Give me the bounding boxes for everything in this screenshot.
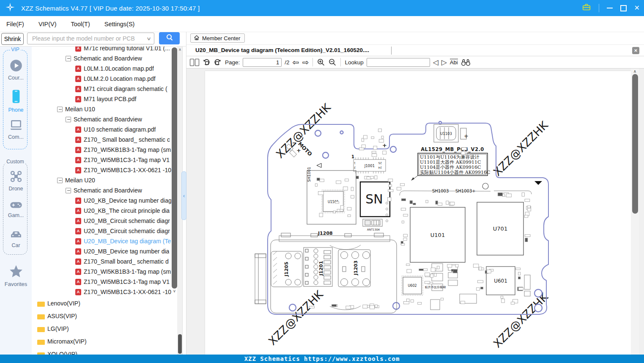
- tree-file[interactable]: U20_KB_Device tag number diag: [32, 195, 171, 206]
- viewer-scrollbar[interactable]: ∧: [631, 69, 639, 355]
- member-center-button[interactable]: Member Center: [190, 33, 245, 43]
- tree-node[interactable]: Schematic and Boardview: [32, 114, 171, 124]
- tree-file[interactable]: U20_MB_Circuit schematic diagr: [32, 226, 171, 236]
- tree-node[interactable]: Schematic and Boardview: [32, 185, 171, 195]
- tree-item-label: U20_KB_The circuit principle dia: [84, 207, 170, 214]
- model-search-field[interactable]: ∨: [27, 33, 154, 44]
- tree-scrollbar-thumb[interactable]: [172, 47, 177, 289]
- search-input[interactable]: [31, 35, 147, 42]
- menu-settings[interactable]: Settings(S): [97, 21, 142, 28]
- collapse-expander-icon[interactable]: [57, 178, 63, 183]
- folder-icon[interactable]: [37, 302, 45, 307]
- tree-item-label: M71 circuit diagram schematic (: [84, 85, 167, 92]
- tree-file[interactable]: M71 layout PCB.pdf: [32, 94, 171, 104]
- tree-file[interactable]: M71 circuit diagram schematic (: [32, 84, 171, 94]
- close-document-icon[interactable]: ✕: [632, 47, 639, 54]
- sidebar-item-label: Car: [0, 242, 32, 248]
- tree-item-label: U20_MB_Circuit schematic diagr: [84, 217, 170, 224]
- menu-vip[interactable]: VIP(V): [31, 21, 64, 28]
- tree-folder[interactable]: ASUS(VIP): [32, 310, 171, 322]
- pdf-icon: [75, 96, 81, 102]
- home-icon: [193, 34, 200, 42]
- collapse-expander-icon[interactable]: [66, 117, 71, 122]
- shrink-button[interactable]: Shrink: [1, 33, 24, 45]
- rotate-left-icon[interactable]: [202, 58, 211, 66]
- folder-icon[interactable]: [37, 327, 45, 332]
- collapse-expander-icon[interactable]: [57, 107, 63, 112]
- license-briefcase-icon[interactable]: [582, 3, 591, 14]
- sidebar-item-phone[interactable]: Phone: [0, 89, 32, 113]
- tree-file[interactable]: U20_MB_Circuit schematic diagr: [32, 216, 171, 226]
- tree-file[interactable]: Z170_WI5MB1C3-1-XX-0621 -10: [32, 165, 171, 175]
- sidebar-item-drone[interactable]: Drone: [0, 170, 32, 192]
- scrollbar-up-icon[interactable]: ∧: [631, 69, 639, 74]
- maximize-button[interactable]: [620, 5, 627, 11]
- panel-collapse-handle[interactable]: ‹: [181, 171, 186, 220]
- menu-file[interactable]: File(F): [0, 21, 31, 28]
- sidebar-item-favorites[interactable]: Favorites: [0, 264, 32, 287]
- panel-scrollbar-thumb[interactable]: [178, 334, 182, 354]
- next-page-icon[interactable]: ⇨: [302, 58, 309, 66]
- viewer-scrollbar-thumb[interactable]: [632, 74, 638, 214]
- tree-file[interactable]: Z170_ Small board_ schematic c: [32, 135, 171, 145]
- sidebar-item-games[interactable]: Gam...: [0, 200, 32, 218]
- search-button[interactable]: [159, 32, 180, 44]
- tree-file[interactable]: Z170_WI5MB1C3-1-Tag map V1: [32, 155, 171, 165]
- tree-node[interactable]: Meilan U10: [32, 104, 171, 114]
- tree-folder[interactable]: LG(VIP): [32, 322, 171, 335]
- tree-node[interactable]: Schematic and Boardview: [32, 53, 171, 63]
- chevron-down-icon[interactable]: ∨: [146, 36, 151, 41]
- zoom-out-icon[interactable]: [328, 58, 337, 66]
- pdf-icon: [75, 76, 81, 82]
- lookup-input[interactable]: [367, 58, 430, 67]
- tree-file[interactable]: U20_KB_The circuit principle dia: [32, 206, 171, 216]
- tree-file[interactable]: Z170_WI5KB1B3-1-Tag map (sm: [32, 145, 171, 155]
- minimize-button[interactable]: [607, 8, 613, 8]
- tree-file[interactable]: Z170_WI5KB1B3-1-Tag map (sm: [32, 267, 171, 277]
- zoom-in-icon[interactable]: [317, 58, 325, 66]
- previous-page-icon[interactable]: ⇦: [293, 58, 299, 66]
- tree-node[interactable]: Meilan U20: [32, 175, 171, 185]
- folder-icon[interactable]: [37, 314, 45, 319]
- collapse-expander-icon[interactable]: [66, 56, 71, 61]
- sidebar-item-course[interactable]: Cour...: [0, 59, 32, 81]
- category-sidebar: VIP Cour... Phone Com... Custom Drone Ga…: [0, 47, 32, 355]
- menu-tool[interactable]: Tool(T): [64, 21, 97, 28]
- sidebar-item-label: Phone: [0, 107, 32, 113]
- tree-folder[interactable]: XOLO(VIP): [32, 348, 171, 355]
- find-previous-icon[interactable]: ◁: [433, 59, 438, 66]
- rotate-right-icon[interactable]: [214, 58, 222, 66]
- match-case-icon[interactable]: Abi: [450, 59, 458, 66]
- svg-text:U1103: U1103: [440, 132, 452, 136]
- document-tab[interactable]: U20_MB_Device tag diagram (Telecom Editi…: [195, 47, 369, 53]
- pdf-icon: [75, 258, 81, 265]
- tree-file[interactable]: Z170_WI5MB1C3-1-Tag map V1: [32, 277, 171, 287]
- find-next-icon[interactable]: ▷: [441, 59, 447, 66]
- tree-file[interactable]: Z170_Small board_ schematic d: [32, 256, 171, 267]
- pdf-icon: [75, 289, 81, 295]
- tree-file[interactable]: Z170_WI5MB1C3-1-XX-0621 -10: [32, 287, 171, 297]
- tree-file[interactable]: U20_MB_Device tag diagram (Te: [32, 236, 171, 246]
- tree-folder[interactable]: Micromax(VIP): [32, 335, 171, 348]
- tree-file[interactable]: L0LM.2.0 Location map.pdf: [32, 74, 171, 84]
- tree-folder[interactable]: Lenovo(VIP): [32, 297, 171, 310]
- search-all-binoculars-icon[interactable]: [461, 58, 471, 66]
- tree-scrollbar-down-icon[interactable]: ∨: [172, 289, 177, 294]
- sidebar-item-car[interactable]: Car: [0, 228, 32, 248]
- panel-scrollbar-up-icon[interactable]: ∧: [177, 47, 183, 52]
- sidebar-item-computer[interactable]: Com...: [0, 119, 32, 140]
- two-page-view-icon[interactable]: [190, 59, 199, 66]
- document-canvas[interactable]: XZZ@XZZHK XZZ@XZZHK XZZ@XZZHK XZZ@XZZHK: [186, 69, 644, 355]
- titlebar-divider: [599, 4, 599, 12]
- title-bar: XZZ Schematics V4.77 [ VIP Due date: 202…: [0, 0, 644, 16]
- tree-file[interactable]: U20_MB_Device tag number dia: [32, 246, 171, 256]
- tree-file[interactable]: M71c reburning tutorial V1.01 (...: [32, 47, 171, 53]
- collapse-expander-icon[interactable]: [66, 188, 71, 193]
- close-button[interactable]: ✕: [634, 5, 640, 11]
- folder-icon[interactable]: [37, 340, 45, 345]
- play-circle-icon: [10, 66, 22, 73]
- tree-file[interactable]: L0LM.1.0Location map.pdf: [32, 63, 171, 74]
- page-number-input[interactable]: [243, 58, 282, 67]
- pdf-page[interactable]: XZZ@XZZHK XZZ@XZZHK XZZ@XZZHK XZZ@XZZHK: [205, 71, 631, 355]
- tree-file[interactable]: U10 schematic diagram.pdf: [32, 124, 171, 135]
